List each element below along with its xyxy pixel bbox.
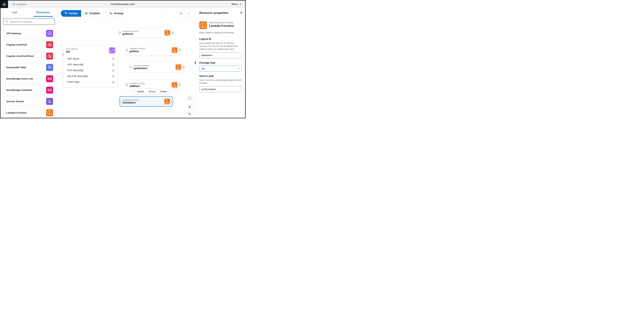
eventbridge-icon [46, 75, 53, 82]
node-port[interactable] [112, 81, 114, 83]
document-title: tutorial/template.yaml [111, 3, 135, 6]
node-port[interactable] [182, 66, 185, 68]
lambda-icon [172, 47, 178, 53]
svg-line-19 [190, 107, 191, 108]
resource-item[interactable]: EventBridge Event rule [3, 74, 55, 83]
template-label: Template [89, 12, 100, 15]
arrange-label: Arrange [114, 12, 124, 15]
tab-resources[interactable]: Resources [29, 8, 58, 17]
resource-label: EventBridge Schedule [6, 89, 32, 92]
node-port[interactable] [172, 32, 174, 34]
resource-item[interactable]: Kinesis Stream [3, 97, 55, 106]
fit-view-button[interactable] [187, 95, 192, 101]
node-port[interactable] [112, 75, 114, 77]
caret-down-icon: ▼ [240, 3, 241, 5]
node-port[interactable] [62, 53, 64, 56]
api-route[interactable]: PUT /items/{id} [65, 68, 116, 73]
arrange-icon [110, 12, 112, 15]
caret-down-icon: ▼ [238, 68, 240, 70]
close-button[interactable] [240, 11, 243, 15]
undo-button[interactable] [177, 10, 185, 17]
node-lambda[interactable]: Lambda FunctiongetItem [127, 45, 180, 55]
template-icon [85, 12, 88, 15]
redo-icon [187, 12, 190, 15]
package-type-select[interactable]: Zip ▼ [199, 66, 242, 72]
node-port[interactable] [179, 49, 181, 51]
node-port[interactable] [118, 100, 121, 102]
zoom-out-button[interactable] [187, 111, 192, 117]
home-button[interactable] [0, 0, 8, 8]
cfn-type: AWS::Serverless::Function [209, 22, 234, 24]
svg-rect-13 [66, 12, 67, 13]
logical-id-input[interactable] [199, 52, 242, 58]
node-type: Lambda Function [130, 48, 145, 50]
svg-rect-17 [111, 14, 112, 14]
svg-point-10 [6, 20, 7, 22]
api-route[interactable]: DELETE /items/{id} [65, 73, 116, 79]
node-name: updateItem [133, 67, 149, 70]
node-port[interactable] [179, 84, 181, 86]
redo-button[interactable] [185, 10, 192, 17]
route-label: PUT /items/{id} [68, 69, 83, 72]
route-label: GET /items/{id} [68, 63, 83, 66]
node-name: getItem [130, 50, 145, 53]
resource-label: API Gateway [6, 32, 21, 35]
node-port[interactable] [112, 58, 114, 60]
lambda-icon [199, 22, 207, 29]
node-port[interactable] [171, 100, 174, 102]
api-gateway-icon [46, 30, 53, 37]
arrange-button[interactable]: Arrange [106, 10, 127, 17]
panel-resize-handle[interactable] [194, 61, 196, 65]
menu-button[interactable]: Menu ▼ [232, 3, 241, 6]
node-lambda-selected[interactable]: Lambda FunctiondeleteItem [120, 96, 172, 107]
node-port[interactable] [112, 69, 114, 72]
resource-description: Runs code in response to events [196, 31, 245, 38]
node-name: getItems [122, 32, 138, 36]
canvas-tab[interactable]: Canvas [61, 10, 81, 17]
eventbridge-icon [46, 87, 53, 94]
field-help: If you update this value for an existing… [199, 42, 242, 51]
resource-item[interactable]: API Gateway [3, 29, 55, 38]
node-port[interactable] [126, 84, 128, 86]
api-route[interactable]: POST /item [65, 79, 116, 85]
zoom-in-icon [188, 106, 191, 108]
left-panel: List Resources API Gateway Cognito UserP… [0, 8, 58, 118]
search-input[interactable] [10, 20, 52, 23]
route-label: POST /item [68, 81, 80, 83]
autosave-label: Autosave [16, 3, 26, 6]
node-port[interactable] [130, 66, 132, 68]
context-details[interactable]: Details [135, 88, 146, 94]
api-route[interactable]: GET /items/{id} [65, 62, 116, 68]
arrange-group: Arrange [106, 10, 127, 17]
resource-item[interactable]: DynamoDB Table [3, 63, 55, 72]
context-delete[interactable]: Delete [158, 88, 169, 94]
search-icon [5, 20, 8, 23]
resource-item[interactable]: EventBridge Schedule [3, 86, 55, 95]
node-port[interactable] [118, 32, 121, 34]
node-api-gateway[interactable]: API Gateway Api GET /items GET /items/{i… [63, 46, 118, 87]
resource-summary: AWS::Serverless::Function Lambda Functio… [196, 18, 245, 31]
canvas-icon [64, 12, 67, 15]
context-group[interactable]: Group [146, 88, 158, 94]
source-path-input[interactable] [199, 86, 242, 92]
resource-item[interactable]: Lambda Function [3, 108, 55, 117]
search-input-wrap[interactable] [3, 18, 55, 25]
route-label: GET /items [68, 57, 79, 60]
dynamodb-icon [46, 64, 53, 71]
tab-list[interactable]: List [0, 8, 29, 17]
node-port[interactable] [112, 64, 114, 66]
properties-header: Resource properties [196, 8, 245, 18]
lambda-icon [172, 82, 178, 88]
zoom-in-button[interactable] [187, 104, 192, 110]
route-label: DELETE /items/{id} [68, 75, 88, 78]
node-port[interactable] [126, 49, 128, 51]
api-route[interactable]: GET /items [65, 56, 116, 62]
canvas[interactable]: Canvas Template Arrange [58, 8, 196, 118]
resource-item[interactable]: Cognito UserPool [3, 40, 55, 49]
template-tab[interactable]: Template [81, 10, 104, 17]
node-lambda[interactable]: Lambda FunctionupdateItem [130, 62, 184, 72]
node-type: API Gateway [66, 48, 78, 50]
node-lambda[interactable]: Lambda FunctiongetItems [120, 28, 172, 38]
resource-label: DynamoDB Table [6, 66, 26, 69]
resource-item[interactable]: Cognito UserPoolClient [3, 52, 55, 61]
